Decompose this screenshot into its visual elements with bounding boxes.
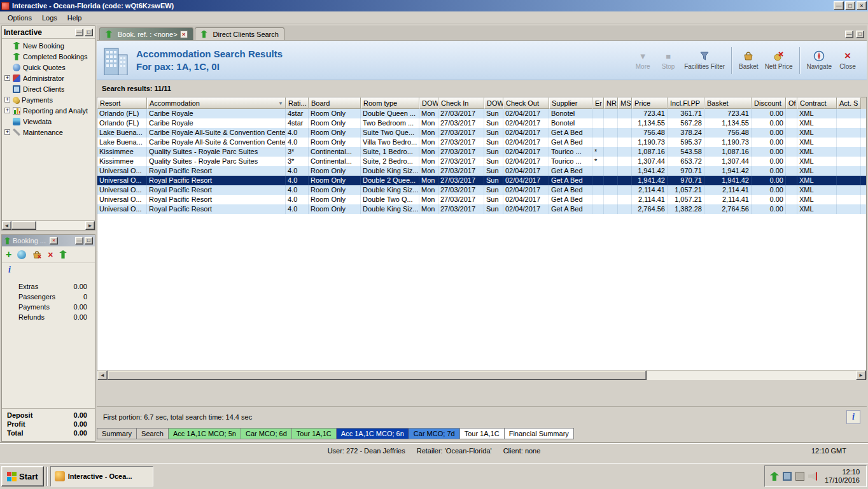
title-bar[interactable]: Interactive - Ocean-Florida (code: wQt6K…	[0, 0, 868, 11]
column-header-accommodation[interactable]: Accommodation▼	[147, 97, 286, 109]
sidebar-item-reporting-and-analyt[interactable]: +Reporting and Analyt	[2, 105, 95, 116]
column-header-check-out[interactable]: Check Out	[503, 97, 549, 109]
column-header-discount[interactable]: Discount	[752, 97, 786, 109]
expand-icon[interactable]: +	[4, 129, 10, 135]
close-results-button[interactable]: × Close	[835, 49, 860, 71]
grid-horizontal-scrollbar[interactable]: ◄ ►	[97, 370, 866, 380]
tray-printer-icon[interactable]	[795, 472, 804, 481]
booking-minimize-icon[interactable]: —	[75, 237, 83, 244]
column-header-dow[interactable]: DOW	[484, 97, 503, 109]
start-button[interactable]: Start	[1, 466, 44, 486]
panel-maximize-icon[interactable]: □	[85, 29, 93, 36]
column-header-of[interactable]: Of	[786, 97, 797, 109]
column-header-contract[interactable]: Contract	[797, 97, 837, 109]
table-row[interactable]: KissimmeeQuality Suites - Royale Parc Su…	[97, 157, 866, 166]
table-row[interactable]: Orlando (FL)Caribe Royale4starRoom OnlyD…	[97, 109, 866, 118]
column-header-incl-fl-pp[interactable]: Incl.Fl.PP	[668, 97, 704, 109]
sidebar-item-direct-clients[interactable]: Direct Clients	[2, 83, 95, 94]
column-header-supplier[interactable]: Supplier	[549, 97, 592, 109]
globe-icon[interactable]	[17, 250, 26, 259]
tray-plant-icon[interactable]	[770, 472, 779, 481]
pane-minimize-icon[interactable]: —	[845, 31, 853, 38]
column-header-er[interactable]: Er	[592, 97, 604, 109]
grid-scroll-track[interactable]	[108, 371, 856, 380]
expand-icon[interactable]: +	[4, 108, 10, 113]
basket-icon[interactable]	[32, 250, 42, 259]
sidebar-item-administrator[interactable]: +Administrator	[2, 73, 95, 83]
add-icon[interactable]: +	[6, 250, 11, 259]
tray-display-icon[interactable]	[783, 472, 792, 481]
table-row[interactable]: KissimmeeQuality Suites - Royale Parc Su…	[97, 147, 866, 157]
restore-icon[interactable]: □	[845, 1, 855, 10]
sidebar-item-completed-bookings[interactable]: Completed Bookings	[2, 51, 95, 62]
table-row[interactable]: Universal O...Royal Pacific Resort4.0Roo…	[97, 176, 866, 185]
scroll-right-icon[interactable]: ►	[85, 221, 95, 230]
expand-icon[interactable]: +	[4, 75, 10, 81]
scroll-left-icon[interactable]: ◄	[2, 221, 11, 230]
sidebar-scroll-thumb[interactable]	[11, 221, 36, 230]
more-button[interactable]: ▼ More	[630, 49, 655, 71]
sidebar-item-quick-quotes[interactable]: Quick Quotes	[2, 62, 95, 73]
column-header-room-type[interactable]: Room type	[361, 97, 419, 109]
palm-tree-icon[interactable]	[59, 250, 67, 259]
menu-item-help[interactable]: Help	[62, 13, 87, 23]
tab-close-icon[interactable]: ×	[180, 31, 188, 38]
column-header-board[interactable]: Board	[309, 97, 361, 109]
delete-icon[interactable]: ×	[48, 250, 53, 259]
sidebar-item-new-booking[interactable]: New Booking	[2, 40, 95, 51]
menu-item-options[interactable]: Options	[3, 13, 37, 23]
sidebar-scroll-track[interactable]	[11, 221, 85, 230]
table-row[interactable]: Orlando (FL)Caribe Royale4starRoom OnlyT…	[97, 118, 866, 128]
bottom-tab-tour-1a-1c[interactable]: Tour 1A,1C	[292, 428, 337, 439]
tray-volume-icon[interactable]	[808, 472, 817, 481]
taskbar-task-button[interactable]: Interactive - Ocea...	[50, 466, 153, 486]
bottom-tab-car-mco-6d[interactable]: Car MCO; 6d	[241, 428, 292, 439]
table-row[interactable]: Lake Buena...Caribe Royale All-Suite & C…	[97, 128, 866, 138]
booking-panel-header[interactable]: Booking ... × — □	[2, 235, 95, 246]
close-icon[interactable]: ×	[857, 1, 867, 10]
sidebar-horizontal-scrollbar[interactable]: ◄ ►	[2, 220, 95, 230]
bottom-tab-search[interactable]: Search	[137, 428, 169, 439]
nett-price-button[interactable]: Nett Price	[762, 49, 796, 71]
bottom-tab-car-mco-7d[interactable]: Car MCO; 7d	[409, 428, 460, 439]
column-header-nr[interactable]: NR	[604, 97, 618, 109]
booking-close-icon[interactable]: ×	[50, 237, 58, 244]
sidebar-item-maintenance[interactable]: +Maintenance	[2, 127, 95, 138]
column-header-act-s[interactable]: Act. S	[837, 97, 861, 109]
menu-item-logs[interactable]: Logs	[37, 13, 62, 23]
scroll-right-icon[interactable]: ►	[856, 371, 866, 380]
table-row[interactable]: Universal O...Royal Pacific Resort4.0Roo…	[97, 204, 866, 214]
bottom-tab-acc-1a-1c-mco-6n[interactable]: Acc 1A,1C MCO; 6n	[337, 428, 409, 439]
bottom-tab-tour-1a-1c[interactable]: Tour 1A,1C	[460, 428, 505, 439]
bottom-tab-acc-1a-1c-mco-5n[interactable]: Acc 1A,1C MCO; 5n	[169, 428, 241, 439]
expand-icon[interactable]: +	[4, 97, 10, 103]
filter-icon[interactable]: ▼	[278, 101, 283, 106]
column-header-resort[interactable]: Resort	[97, 97, 147, 109]
navigate-button[interactable]: Navigate	[804, 49, 835, 71]
info-button[interactable]: i	[846, 410, 860, 424]
stop-button[interactable]: ■ Stop	[655, 49, 681, 71]
tab-booking-ref[interactable]: Book. ref. : <none> ×	[99, 27, 193, 40]
table-row[interactable]: Universal O...Royal Pacific Resort4.0Roo…	[97, 185, 866, 195]
minimize-icon[interactable]: —	[834, 1, 844, 10]
table-row[interactable]: Universal O...Royal Pacific Resort4.0Roo…	[97, 195, 866, 204]
sidebar-item-viewdata[interactable]: Viewdata	[2, 116, 95, 127]
basket-button[interactable]: Basket	[736, 49, 762, 71]
pane-restore-icon[interactable]: □	[856, 31, 864, 38]
column-header-rati[interactable]: Rati...	[286, 97, 309, 109]
column-header-check-in[interactable]: Check In	[438, 97, 484, 109]
bottom-tab-financial-summary[interactable]: Financial Summary	[505, 428, 574, 439]
column-header-basket[interactable]: Basket	[704, 97, 752, 109]
booking-info-icon[interactable]: i	[2, 263, 95, 275]
booking-maximize-icon[interactable]: □	[85, 237, 93, 244]
bottom-tab-summary[interactable]: Summary	[97, 428, 137, 439]
table-row[interactable]: Lake Buena...Caribe Royale All-Suite & C…	[97, 138, 866, 147]
panel-collapse-icon[interactable]: —	[75, 29, 83, 36]
column-header-ms[interactable]: MS	[618, 97, 632, 109]
sidebar-item-payments[interactable]: +Payments	[2, 94, 95, 105]
tab-direct-clients-search[interactable]: Direct Clients Search	[195, 27, 284, 40]
grid-scroll-thumb[interactable]	[108, 371, 647, 380]
facilities-filter-button[interactable]: Facilities Filter	[681, 49, 728, 71]
scroll-left-icon[interactable]: ◄	[97, 371, 108, 380]
column-header-price[interactable]: Price	[632, 97, 668, 109]
